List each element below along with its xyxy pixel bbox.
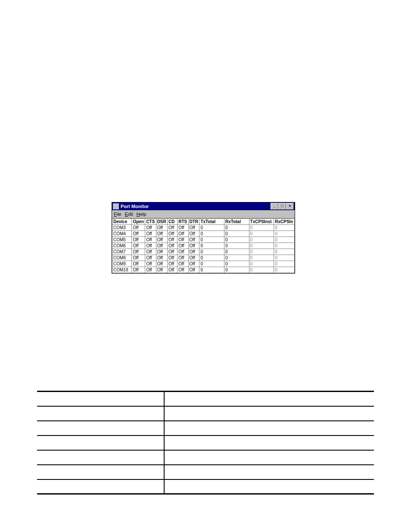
- cell-cd: Off: [168, 225, 177, 231]
- cell-dsr: Off: [156, 255, 167, 261]
- cell-cts: Off: [145, 249, 156, 255]
- menubar: File Edit Help: [112, 210, 295, 218]
- th-txcpsinst[interactable]: TxCPSInst: [249, 219, 274, 225]
- cell-rxcpsin: 0: [274, 261, 295, 267]
- menu-help[interactable]: Help: [137, 212, 146, 217]
- cell-cts: Off: [145, 261, 156, 267]
- info-cell-right: [164, 421, 374, 436]
- cell-rxcpsin: 0: [274, 243, 295, 249]
- table-row[interactable]: COM3OffOffOffOffOffOff0000: [112, 225, 295, 231]
- th-dtr[interactable]: DTR: [188, 219, 199, 225]
- cell-rts: Off: [177, 231, 188, 237]
- th-cd[interactable]: CD: [168, 219, 177, 225]
- cell-rxtotal: 0: [224, 237, 249, 243]
- cell-dsr: Off: [156, 237, 167, 243]
- titlebar-title: Port Monitor: [121, 204, 149, 209]
- cell-cd: Off: [168, 249, 177, 255]
- cell-txcpsinst: 0: [249, 255, 274, 261]
- cell-dsr: Off: [156, 243, 167, 249]
- cell-cts: Off: [145, 237, 156, 243]
- th-device[interactable]: Device: [112, 219, 132, 225]
- cell-txtotal: 0: [199, 231, 224, 237]
- cell-txtotal: 0: [199, 243, 224, 249]
- cell-rxtotal: 0: [224, 231, 249, 237]
- info-cell-left: [37, 406, 164, 421]
- cell-cts: Off: [145, 267, 156, 273]
- info-row: [37, 406, 374, 421]
- cell-txcpsinst: 0: [249, 231, 274, 237]
- table-row[interactable]: COM5OffOffOffOffOffOff0000: [112, 237, 295, 243]
- table-row[interactable]: COM18OffOffOffOffOffOff0000: [112, 267, 295, 273]
- close-button[interactable]: ×: [286, 203, 294, 210]
- menu-edit[interactable]: Edit: [125, 212, 133, 217]
- cell-rts: Off: [177, 243, 188, 249]
- table-row[interactable]: COM4OffOffOffOffOffOff0000: [112, 231, 295, 237]
- info-row: [37, 465, 374, 479]
- cell-dtr: Off: [188, 255, 199, 261]
- maximize-button[interactable]: □: [278, 203, 286, 210]
- info-cell-right: [164, 450, 374, 465]
- cell-open: Off: [132, 243, 145, 249]
- th-open[interactable]: Open: [132, 219, 145, 225]
- cell-open: Off: [132, 231, 145, 237]
- cell-dsr: Off: [156, 267, 167, 273]
- info-cell-right: [164, 436, 374, 450]
- cell-rxtotal: 0: [224, 261, 249, 267]
- menu-file[interactable]: File: [114, 212, 121, 217]
- cell-device: COM5: [112, 237, 132, 243]
- info-cell-right: [164, 465, 374, 479]
- cell-txtotal: 0: [199, 261, 224, 267]
- th-rts[interactable]: RTS: [177, 219, 188, 225]
- cell-txtotal: 0: [199, 225, 224, 231]
- cell-txcpsinst: 0: [249, 267, 274, 273]
- cell-device: COM6: [112, 243, 132, 249]
- cell-dtr: Off: [188, 249, 199, 255]
- table-header-row: Device Open CTS DSR CD RTS DTR TxTotal R…: [112, 219, 295, 225]
- cell-rts: Off: [177, 225, 188, 231]
- cell-txtotal: 0: [199, 255, 224, 261]
- cell-txcpsinst: 0: [249, 225, 274, 231]
- table-row[interactable]: COM7OffOffOffOffOffOff0000: [112, 249, 295, 255]
- cell-txcpsinst: 0: [249, 243, 274, 249]
- table-row[interactable]: COM6OffOffOffOffOffOff0000: [112, 243, 295, 249]
- cell-device: COM3: [112, 225, 132, 231]
- cell-device: COM18: [112, 267, 132, 273]
- th-dsr[interactable]: DSR: [156, 219, 167, 225]
- th-cts[interactable]: CTS: [145, 219, 156, 225]
- cell-txtotal: 0: [199, 237, 224, 243]
- cell-device: COM8: [112, 255, 132, 261]
- cell-cd: Off: [168, 255, 177, 261]
- table-row[interactable]: COM9OffOffOffOffOffOff0000: [112, 261, 295, 267]
- cell-txcpsinst: 0: [249, 261, 274, 267]
- cell-cd: Off: [168, 231, 177, 237]
- cell-cd: Off: [168, 243, 177, 249]
- titlebar[interactable]: Port Monitor _ □ ×: [112, 202, 295, 210]
- table-row[interactable]: COM8OffOffOffOffOffOff0000: [112, 255, 295, 261]
- cell-cd: Off: [168, 237, 177, 243]
- cell-rts: Off: [177, 267, 188, 273]
- info-row: [37, 421, 374, 436]
- cell-dsr: Off: [156, 261, 167, 267]
- th-rxcpsin[interactable]: RxCPSIn: [274, 219, 295, 225]
- cell-dtr: Off: [188, 267, 199, 273]
- th-rxtotal[interactable]: RxTotal: [224, 219, 249, 225]
- cell-device: COM9: [112, 261, 132, 267]
- cell-rxcpsin: 0: [274, 231, 295, 237]
- th-txtotal[interactable]: TxTotal: [199, 219, 224, 225]
- info-cell-left: [37, 392, 164, 406]
- info-table: [37, 391, 374, 495]
- cell-cts: Off: [145, 231, 156, 237]
- info-cell-right: [164, 392, 374, 406]
- cell-rxtotal: 0: [224, 243, 249, 249]
- info-cell-left: [37, 479, 164, 494]
- cell-txcpsinst: 0: [249, 237, 274, 243]
- info-cell-left: [37, 465, 164, 479]
- cell-dtr: Off: [188, 225, 199, 231]
- minimize-button[interactable]: _: [271, 203, 278, 210]
- cell-rts: Off: [177, 249, 188, 255]
- cell-dtr: Off: [188, 261, 199, 267]
- cell-dsr: Off: [156, 249, 167, 255]
- port-table: Device Open CTS DSR CD RTS DTR TxTotal R…: [112, 218, 295, 273]
- info-cell-left: [37, 436, 164, 450]
- info-cell-right: [164, 406, 374, 421]
